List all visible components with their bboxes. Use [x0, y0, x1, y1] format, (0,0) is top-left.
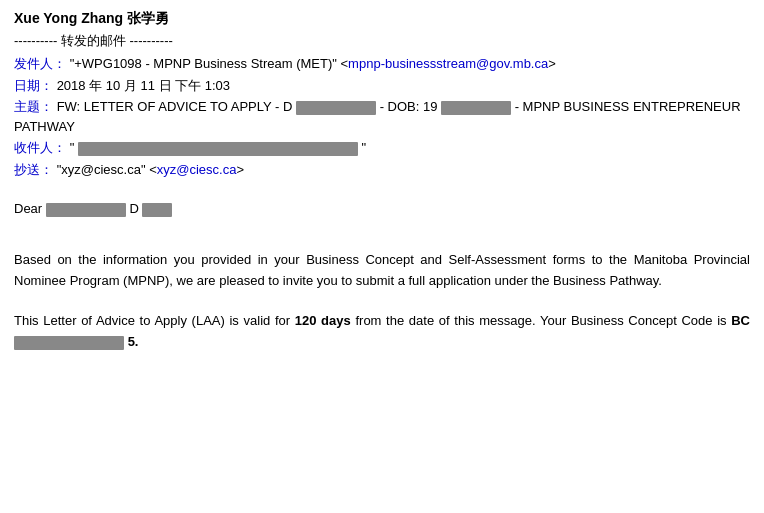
- to-label: 收件人：: [14, 140, 66, 155]
- subject-redact-1: [296, 101, 376, 115]
- subject-value-1: FW: LETTER OF ADVICE TO APPLY - D: [57, 99, 293, 114]
- subject-redact-2: [441, 101, 511, 115]
- paragraph-2-bc-suffix: 5.: [128, 334, 139, 349]
- paragraph-2-part1: This Letter of Advice to Apply (LAA) is …: [14, 313, 295, 328]
- paragraph-1-text: Based on the information you provided in…: [14, 252, 750, 288]
- from-value: "+WPG1098 - MPNP Business Stream (MET)": [70, 56, 337, 71]
- date-label: 日期：: [14, 78, 53, 93]
- subject-label: 主题：: [14, 99, 53, 114]
- cc-row: 抄送： "xyz@ciesc.ca" <xyz@ciesc.ca>: [14, 160, 750, 180]
- cc-label: 抄送：: [14, 162, 53, 177]
- from-email-link[interactable]: mpnp-businessstream@gov.mb.ca: [348, 56, 548, 71]
- dear-label: Dear: [14, 201, 42, 216]
- email-container: Xue Yong Zhang 张学勇 ---------- 转发的邮件 ----…: [14, 10, 750, 353]
- to-row: 收件人： " ": [14, 138, 750, 158]
- paragraph-2: This Letter of Advice to Apply (LAA) is …: [14, 311, 750, 353]
- dear-redact: [46, 203, 126, 217]
- date-value: 2018 年 10 月 11 日 下午 1:03: [57, 78, 230, 93]
- cc-value-text: "xyz@ciesc.ca": [57, 162, 146, 177]
- date-row: 日期： 2018 年 10 月 11 日 下午 1:03: [14, 76, 750, 96]
- dear-suffix-redact: [142, 203, 172, 217]
- paragraph-2-bc-prefix: BC: [731, 313, 750, 328]
- paragraph-2-part2: from the date of this message. Your Busi…: [355, 313, 731, 328]
- sender-name: Xue Yong Zhang 张学勇: [14, 10, 750, 28]
- bc-redact: [14, 336, 124, 350]
- paragraph-1: Based on the information you provided in…: [14, 250, 750, 292]
- subject-row: 主题： FW: LETTER OF ADVICE TO APPLY - D - …: [14, 97, 750, 136]
- to-redact: [78, 142, 358, 156]
- forward-divider: ---------- 转发的邮件 ----------: [14, 32, 750, 50]
- paragraph-2-days: 120 days: [295, 313, 351, 328]
- body-section: Dear D Based on the information you prov…: [14, 199, 750, 353]
- cc-email-link[interactable]: xyz@ciesc.ca: [157, 162, 237, 177]
- from-row: 发件人： "+WPG1098 - MPNP Business Stream (M…: [14, 54, 750, 74]
- subject-value-2: - DOB: 19: [380, 99, 438, 114]
- dear-suffix: D: [129, 201, 138, 216]
- from-label: 发件人：: [14, 56, 66, 71]
- to-value: ": [70, 140, 75, 155]
- dear-line: Dear D: [14, 199, 750, 220]
